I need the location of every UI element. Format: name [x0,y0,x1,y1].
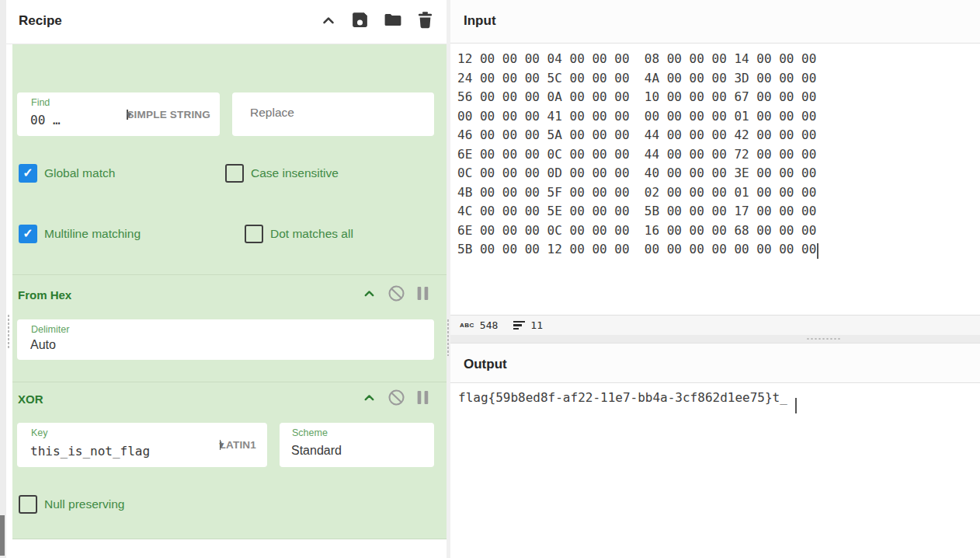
delimiter-label: Delimiter [31,324,69,335]
operations-recipe-resize-handle[interactable] [7,314,10,348]
disable-op-icon[interactable] [387,284,405,302]
collapse-recipe-icon[interactable] [320,12,337,29]
recipe-panel-title: Recipe [19,13,62,29]
op-controls [362,284,429,302]
scheme-label: Scheme [292,427,328,438]
cyberchef-app: Recipe [0,0,980,558]
checkbox-label: Null preserving [44,497,124,511]
xor-key-arg-box: Key LATIN1 ▾ [17,423,267,467]
line-count-value: 11 [530,319,543,331]
find-type-dropdown[interactable]: SIMPLE STRING ▾ [127,92,210,136]
null-preserving-checkbox[interactable]: ✓ [19,495,37,514]
find-type-value: SIMPLE STRING [127,109,210,120]
case-insensitive-option[interactable]: ✓ Case insensitive [225,164,339,183]
input-header: Input [450,0,980,44]
input-status-bar: ABC 548 11 [450,315,980,335]
op-title: From Hex [18,288,71,302]
input-line: 4B 00 00 00 5F 00 00 00 02 00 00 00 01 0… [457,183,980,203]
key-type-value: LATIN1 [220,439,256,451]
input-output-splitter[interactable] [450,335,980,343]
collapse-op-icon[interactable] [362,286,377,301]
input-line: 00 00 00 00 41 00 00 00 00 00 00 00 01 0… [457,107,980,127]
key-type-dropdown[interactable]: LATIN1 ▾ [220,423,256,467]
input-output-resize-handle[interactable] [806,337,842,340]
global-match-checkbox[interactable]: ✓ [19,164,37,183]
null-preserving-option[interactable]: ✓ Null preserving [19,495,124,514]
dot-matches-all-checkbox[interactable]: ✓ [245,225,263,243]
xor-scheme-arg-box: Scheme [280,423,434,467]
op-find-replace[interactable]: Find / Replace Find SIMPLE STRING [12,44,447,275]
char-count-icon: ABC [460,322,474,329]
checkbox-label: Dot matches all [270,227,353,241]
input-line: 6E 00 00 00 0C 00 00 00 16 00 00 00 68 0… [457,221,980,241]
load-recipe-folder-icon[interactable] [383,10,403,30]
replace-input[interactable] [250,106,421,120]
input-line: 12 00 00 00 04 00 00 00 08 00 00 00 14 0… [457,50,980,69]
output-text-caret [795,398,797,413]
recipe-panel: Recipe [0,0,447,558]
input-line: 24 00 00 00 5C 00 00 00 4A 00 00 00 3D 0… [457,69,980,89]
recipe-controls [320,10,434,30]
op-from-hex[interactable]: From Hex Delimiter [12,275,447,382]
checkbox-label: Multiline matching [44,227,141,241]
chevron-down-icon: ▾ [127,110,128,120]
checkbox-label: Global match [44,166,115,180]
char-count-value: 548 [480,319,498,331]
op-xor[interactable]: XOR Key LATIN1 ▾ [12,382,447,539]
xor-scheme-select[interactable] [291,444,423,458]
breakpoint-pause-icon[interactable] [416,390,429,405]
key-label: Key [31,427,48,438]
find-input[interactable] [30,113,104,127]
checkbox-label: Case insensitive [251,166,339,180]
delimiter-arg-box: Delimiter [17,319,434,360]
input-editor[interactable]: 12 00 00 00 04 00 00 00 08 00 00 00 14 0… [450,44,980,315]
op-title: XOR [18,392,43,406]
input-line: 0C 00 00 00 0D 00 00 00 40 00 00 00 3E 0… [457,164,980,183]
delimiter-input[interactable] [30,338,403,352]
input-line: 4C 00 00 00 5E 00 00 00 5B 00 00 00 17 0… [457,202,980,221]
input-line: 46 00 00 00 5A 00 00 00 44 00 00 00 42 0… [457,126,980,145]
clear-recipe-trash-icon[interactable] [416,10,434,30]
input-line: 56 00 00 00 0A 00 00 00 10 00 00 00 67 0… [457,88,980,107]
find-arg-box: Find SIMPLE STRING ▾ [17,92,220,136]
global-match-option[interactable]: ✓ Global match [19,164,115,183]
breakpoint-pause-icon[interactable] [416,286,429,301]
save-recipe-icon[interactable] [350,10,370,30]
recipe-header: Recipe [6,0,447,44]
xor-key-input[interactable] [30,444,162,459]
case-insensitive-checkbox[interactable]: ✓ [225,164,244,183]
line-count-icon [513,321,525,330]
output-header: Output [450,343,980,383]
input-line: 6E 00 00 00 0C 00 00 00 44 00 00 00 72 0… [457,145,980,165]
output-text: flag{59b8ed8f-af22-11e7-bb4a-3cf862d1ee7… [458,390,787,405]
char-count-item: ABC 548 [460,319,498,331]
op-controls [362,389,429,406]
chevron-down-icon: ▾ [220,440,221,450]
recipe-scrollbar-thumb[interactable] [0,515,5,556]
dot-matches-all-option[interactable]: ✓ Dot matches all [245,225,353,243]
output-area: flag{59b8ed8f-af22-11e7-bb4a-3cf862d1ee7… [450,383,980,558]
output-title: Output [464,357,507,372]
multiline-matching-option[interactable]: ✓ Multiline matching [19,225,141,243]
recipe-scrollbar[interactable] [0,0,6,558]
input-title: Input [464,13,496,29]
collapse-op-icon[interactable] [362,390,377,405]
check-icon: ✓ [23,167,33,180]
input-text-caret [817,243,818,259]
check-icon: ✓ [23,228,33,240]
input-line: 5B 00 00 00 12 00 00 00 00 00 00 00 00 0… [457,240,980,260]
find-label: Find [31,97,50,108]
disable-op-icon[interactable] [387,389,405,406]
replace-arg-box [232,92,434,136]
io-panel: Input 12 00 00 00 04 00 00 00 08 00 00 0… [450,0,980,558]
multiline-matching-checkbox[interactable]: ✓ [19,225,37,243]
line-count-item: 11 [513,319,543,331]
recipe-io-resize-handle[interactable] [447,319,450,356]
